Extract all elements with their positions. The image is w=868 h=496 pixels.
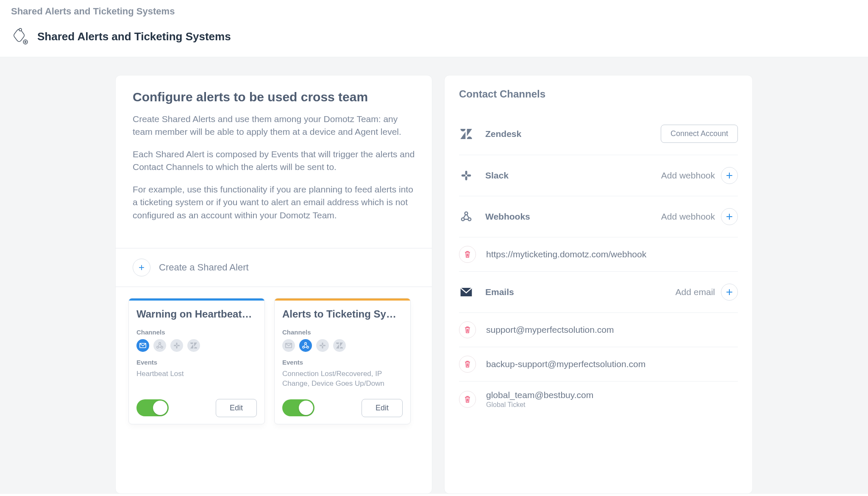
channel-label: Webhooks [485, 212, 530, 222]
add-webhook-button[interactable]: + [721, 208, 738, 225]
svg-point-15 [307, 346, 309, 348]
zendesk-icon [459, 127, 473, 141]
svg-rect-18 [322, 346, 323, 348]
channel-row-emails: Emails Add email + [459, 272, 738, 313]
channel-row-zendesk: Zendesk Connect Account [459, 113, 738, 155]
page-title: Shared Alerts and Ticketing Systems [37, 30, 231, 43]
contact-channels-heading: Contact Channels [459, 88, 738, 100]
channel-icons [282, 339, 403, 352]
edit-alert-button[interactable]: Edit [216, 399, 257, 417]
add-email-button[interactable]: + [721, 284, 738, 301]
svg-rect-22 [465, 176, 467, 181]
email-address: support@myperfectsolution.com [486, 325, 614, 335]
slack-icon [316, 339, 329, 352]
delete-email-button[interactable] [459, 391, 476, 408]
email-address: backup-support@myperfectsolution.com [486, 359, 645, 369]
intro-section: Configure alerts to be used cross team C… [116, 75, 432, 248]
alert-card: Warning on Heartbeat… Channels [128, 298, 265, 424]
webhook-icon [153, 339, 166, 352]
email-icon [459, 285, 473, 299]
channel-row-webhooks: Webhooks Add webhook + [459, 196, 738, 237]
email-address: global_team@bestbuy.com [486, 390, 593, 400]
channels-label: Channels [282, 329, 403, 336]
channels-label: Channels [136, 329, 257, 336]
add-slack-webhook-button[interactable]: + [721, 167, 738, 184]
alert-card-title: Alerts to Ticketing Sy… [282, 308, 403, 320]
zendesk-icon [187, 339, 200, 352]
add-email-label: Add email [676, 287, 715, 297]
svg-point-13 [305, 343, 306, 344]
slack-icon [170, 339, 183, 352]
intro-paragraph-3: For example, use this functionality if y… [133, 183, 415, 222]
svg-point-0 [19, 28, 22, 31]
intro-paragraph-2: Each Shared Alert is composed by Events … [133, 148, 415, 174]
events-label: Events [282, 359, 403, 366]
email-entry: support@myperfectsolution.com [459, 313, 738, 347]
svg-point-7 [161, 346, 163, 348]
create-shared-alert-row[interactable]: + Create a Shared Alert [116, 248, 432, 287]
events-label: Events [136, 359, 257, 366]
svg-rect-11 [174, 345, 176, 346]
intro-heading: Configure alerts to be used cross team [133, 90, 415, 104]
delete-email-button[interactable] [459, 356, 476, 373]
events-text: Heartbeat Lost [136, 369, 257, 379]
add-slack-webhook-label: Add webhook [661, 170, 715, 181]
alert-card-title: Warning on Heartbeat… [136, 308, 257, 320]
breadcrumb: Shared Alerts and Ticketing Systems [0, 0, 868, 22]
alert-enabled-toggle[interactable] [282, 399, 314, 416]
alert-enabled-toggle[interactable] [136, 399, 169, 416]
svg-point-24 [465, 212, 468, 215]
alert-card: Alerts to Ticketing Sy… Channels [274, 298, 411, 424]
puzzle-plus-icon [11, 27, 30, 46]
alerts-grid: Warning on Heartbeat… Channels [116, 287, 432, 435]
svg-point-5 [159, 343, 161, 344]
add-webhook-label: Add webhook [661, 212, 715, 222]
svg-rect-20 [465, 171, 467, 175]
svg-rect-16 [322, 343, 323, 345]
webhook-entry: https://myticketing.domotz.com/webhook [459, 237, 738, 272]
svg-rect-10 [176, 346, 178, 348]
svg-point-6 [157, 346, 159, 348]
shared-alerts-panel: Configure alerts to be used cross team C… [115, 75, 432, 494]
delete-webhook-button[interactable] [459, 246, 476, 263]
edit-alert-button[interactable]: Edit [362, 399, 403, 417]
contact-channels-panel: Contact Channels Zendesk Connect Account… [444, 75, 753, 494]
create-shared-alert-plus-button[interactable]: + [133, 259, 150, 276]
email-icon [136, 339, 149, 352]
channel-row-slack: Slack Add webhook + [459, 155, 738, 196]
webhook-icon [459, 209, 473, 224]
email-sublabel: Global Ticket [486, 401, 593, 409]
main-body: Configure alerts to be used cross team C… [0, 57, 868, 494]
channel-label: Zendesk [485, 129, 521, 139]
webhook-icon [299, 339, 312, 352]
connect-zendesk-button[interactable]: Connect Account [661, 125, 738, 143]
webhook-url: https://myticketing.domotz.com/webhook [486, 249, 646, 259]
channel-label: Emails [485, 287, 514, 297]
email-icon [282, 339, 295, 352]
svg-rect-23 [462, 175, 466, 177]
events-text: Connection Lost/Recovered, IP Change, De… [282, 369, 403, 389]
channel-icons [136, 339, 257, 352]
svg-rect-21 [467, 175, 471, 177]
svg-point-14 [303, 346, 304, 348]
title-bar: Shared Alerts and Ticketing Systems [0, 22, 868, 57]
channel-label: Slack [485, 170, 509, 181]
email-entry: backup-support@myperfectsolution.com [459, 347, 738, 382]
email-entry: global_team@bestbuy.com Global Ticket [459, 382, 738, 417]
svg-rect-9 [177, 345, 180, 346]
svg-point-26 [468, 218, 471, 221]
create-shared-alert-label: Create a Shared Alert [159, 262, 249, 273]
svg-point-25 [462, 218, 465, 221]
delete-email-button[interactable] [459, 321, 476, 338]
intro-paragraph-1: Create Shared Alerts and use them among … [133, 113, 415, 139]
svg-rect-19 [320, 345, 322, 346]
svg-rect-17 [323, 345, 326, 346]
svg-rect-8 [176, 343, 178, 345]
zendesk-icon [333, 339, 346, 352]
slack-icon [459, 168, 473, 183]
